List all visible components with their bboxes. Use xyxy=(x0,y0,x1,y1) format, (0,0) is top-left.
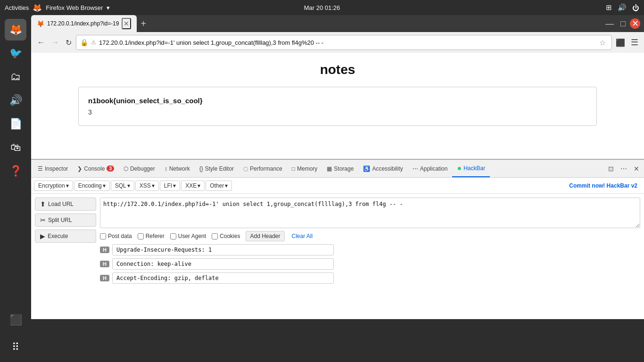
clear-all-label: Clear All xyxy=(292,233,313,239)
navbar: ← → ↻ 🔒 ⚠ ☆ ⬛ ☰ xyxy=(31,32,644,53)
sidebar-icon-help[interactable]: ❓ xyxy=(5,160,26,182)
hackbar-url-input[interactable]: http://172.20.0.1/index.php?id=-1' union… xyxy=(100,197,640,228)
xxe-menu[interactable]: XXE ▾ xyxy=(181,181,205,191)
sidebar-icon-terminal[interactable]: ⬛ xyxy=(5,309,26,331)
cookies-input[interactable] xyxy=(212,233,218,239)
tab-debugger[interactable]: ⬡ Debugger xyxy=(119,160,160,177)
activities-label[interactable]: Activities xyxy=(5,4,29,11)
user-agent-input[interactable] xyxy=(170,233,176,239)
devtools-actions: ⊡ ⋯ ✕ xyxy=(605,163,642,174)
minimize-button[interactable]: — xyxy=(603,16,616,31)
execute-button[interactable]: ▶ Execute xyxy=(35,230,96,243)
sidebar-icon-files[interactable]: 🗂 xyxy=(5,66,26,88)
power-icon[interactable]: ⏻ xyxy=(632,4,639,12)
volume-icon[interactable]: 🔊 xyxy=(618,3,627,12)
tab-console[interactable]: ❯ Console 3 xyxy=(73,160,119,177)
devtools-more-button[interactable]: ⋯ xyxy=(618,163,630,174)
devtools-panel: ☰ Inspector ❯ Console 3 ⬡ Debugger ↕ Net… xyxy=(31,159,644,319)
header-input-0[interactable] xyxy=(112,244,334,255)
tab-performance[interactable]: ◌ Performance xyxy=(239,160,287,177)
bookmark-button[interactable]: ☆ xyxy=(597,38,608,47)
devtools-close-button[interactable]: ✕ xyxy=(631,163,642,174)
sidebar-icon-audio[interactable]: 🔊 xyxy=(5,90,26,111)
tab-favicon: 🦊 xyxy=(37,20,44,27)
tab-accessibility[interactable]: ♿ Accessibility xyxy=(358,160,407,177)
other-menu[interactable]: Other ▾ xyxy=(206,181,232,191)
lfi-label: LFI xyxy=(164,182,172,189)
tab-application[interactable]: ⋯ Application xyxy=(408,160,453,177)
encoding-menu[interactable]: Encoding ▾ xyxy=(74,181,110,191)
post-data-checkbox[interactable]: Post data xyxy=(100,233,132,239)
inspector-icon: ☰ xyxy=(38,165,43,172)
note-box: n1book{union_select_is_so_cool} 3 xyxy=(78,87,597,126)
tab-style-editor[interactable]: {} Style Editor xyxy=(195,160,239,177)
system-topbar: Activities 🦊 Firefox Web Browser ▾ Mar 2… xyxy=(0,0,644,15)
devtools-tab-bar: ☰ Inspector ❯ Console 3 ⬡ Debugger ↕ Net… xyxy=(31,160,644,178)
sidebar-icon-apps[interactable]: ⠿ xyxy=(5,337,26,358)
load-url-button[interactable]: ⬆ Load URL xyxy=(35,197,96,211)
encoding-label: Encoding xyxy=(78,182,102,189)
browser-tab[interactable]: 🦊 172.20.0.1/index.php?id=-19 ✕ xyxy=(31,15,137,32)
header-row-2: H xyxy=(100,272,640,284)
network-tab-icon: ↕ xyxy=(165,165,167,172)
maximize-button[interactable]: □ xyxy=(618,16,628,31)
cookies-checkbox[interactable]: Cookies xyxy=(212,233,240,239)
header-input-1[interactable] xyxy=(112,258,334,270)
dropdown-icon[interactable]: ▾ xyxy=(107,4,110,11)
referer-input[interactable] xyxy=(138,233,144,239)
tab-close-button[interactable]: ✕ xyxy=(122,18,131,29)
sidebar-icon-firefox[interactable]: 🦊 xyxy=(5,19,26,41)
sql-menu[interactable]: SQL ▾ xyxy=(111,181,134,191)
menu-button[interactable]: ☰ xyxy=(629,35,640,49)
post-data-input[interactable] xyxy=(100,233,106,239)
user-agent-checkbox[interactable]: User Agent xyxy=(170,233,206,239)
sidebar-icon-writer[interactable]: 📄 xyxy=(5,113,26,135)
post-data-label: Post data xyxy=(108,233,132,239)
xss-menu[interactable]: XSS ▾ xyxy=(135,181,159,191)
pocket-button[interactable]: ⬛ xyxy=(614,38,627,47)
referer-checkbox[interactable]: Referer xyxy=(138,233,165,239)
devtools-undock-button[interactable]: ⊡ xyxy=(605,163,617,174)
tab-network[interactable]: ↕ Network xyxy=(160,160,195,177)
style-icon: {} xyxy=(199,165,203,172)
referer-label: Referer xyxy=(146,233,165,239)
lfi-menu[interactable]: LFI ▾ xyxy=(160,181,180,191)
cookies-label: Cookies xyxy=(220,233,240,239)
console-icon: ❯ xyxy=(77,165,82,172)
tab-hackbar[interactable]: ● HackBar xyxy=(452,160,490,177)
address-bar[interactable]: 🔒 ⚠ ☆ xyxy=(76,35,612,50)
browser-name[interactable]: Firefox Web Browser xyxy=(46,4,103,11)
tab-memory[interactable]: □ Memory xyxy=(287,160,322,177)
user-agent-label: User Agent xyxy=(178,233,206,239)
header-input-2[interactable] xyxy=(112,272,334,284)
back-button[interactable]: ← xyxy=(35,36,47,49)
console-badge: 3 xyxy=(107,165,114,172)
split-url-button[interactable]: ✂ Split URL xyxy=(35,214,96,227)
xss-label: XSS xyxy=(140,182,151,189)
new-tab-button[interactable]: + xyxy=(137,18,150,29)
execute-label: Execute xyxy=(48,233,68,239)
encryption-menu[interactable]: Encryption ▾ xyxy=(34,181,73,191)
sidebar-icon-thunderbird[interactable]: 🐦 xyxy=(5,42,26,64)
network-label: Network xyxy=(169,165,190,172)
sql-chevron: ▾ xyxy=(127,182,130,189)
tab-storage[interactable]: ▦ Storage xyxy=(322,160,358,177)
tab-title: 172.20.0.1/index.php?id=-19 xyxy=(47,20,119,27)
ubuntu-sidebar: 🦊 🐦 🗂 🔊 📄 🛍 ❓ ⬛ ⠿ xyxy=(0,15,31,362)
load-url-icon: ⬆ xyxy=(40,200,46,208)
console-label: Console xyxy=(84,165,105,172)
forward-button[interactable]: → xyxy=(49,36,61,49)
close-window-button[interactable]: ✕ xyxy=(630,18,640,29)
page-body: notes n1book{union_select_is_so_cool} 3 xyxy=(78,62,597,149)
accessibility-label: Accessibility xyxy=(372,165,403,172)
add-header-button[interactable]: Add Header xyxy=(246,231,284,241)
reload-button[interactable]: ↻ xyxy=(63,36,74,49)
tab-inspector[interactable]: ☰ Inspector xyxy=(33,160,73,177)
load-url-label: Load URL xyxy=(48,201,74,207)
address-input[interactable] xyxy=(99,39,594,46)
storage-label: Storage xyxy=(334,165,354,172)
clear-all-button[interactable]: Clear All xyxy=(290,231,314,241)
split-url-icon: ✂ xyxy=(40,216,46,224)
sidebar-icon-software[interactable]: 🛍 xyxy=(5,137,26,158)
network-icon[interactable]: ⊞ xyxy=(606,3,612,12)
